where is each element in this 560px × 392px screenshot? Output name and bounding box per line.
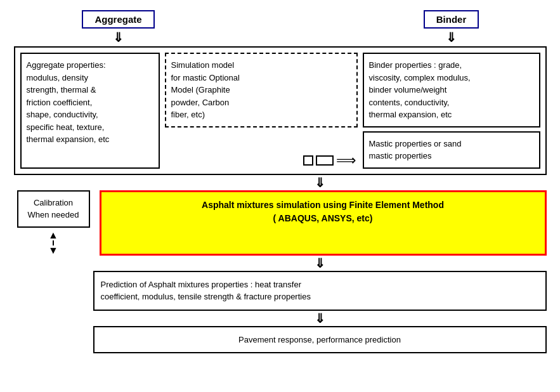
arrow-bind-down: ⇓ <box>446 30 457 45</box>
arrow-agg-down: ⇓ <box>113 30 124 45</box>
fem-row: Calibration When needed ▲ ▼ Asphalt mixt… <box>14 190 547 256</box>
aggregate-props-text: Aggregate properties: modulus, density s… <box>27 60 110 144</box>
arrow-to-pave-row: ⇓ <box>14 311 547 326</box>
fem-box: Asphalt mixtures simulation using Finite… <box>100 190 547 256</box>
binder-props-box: Binder properties : grade, viscosity, co… <box>363 53 540 127</box>
prediction-text: Prediction of Asphalt mixtures propertie… <box>101 280 311 302</box>
simulation-model-text: Simulation model for mastic Optional Mod… <box>171 60 240 119</box>
prediction-box: Prediction of Asphalt mixtures propertie… <box>93 271 547 311</box>
binder-label: Binder <box>424 10 479 29</box>
pavement-box: Pavement response, performance predictio… <box>93 326 547 354</box>
arrow-up-sym: ▲ <box>48 230 58 240</box>
arrow-to-pred: ⇓ <box>315 256 325 271</box>
mastic-props-box: Mastic properties or sand mastic propert… <box>363 131 540 169</box>
small-squares <box>303 155 334 166</box>
calibration-box: Calibration When needed <box>17 190 90 228</box>
middle-col: Simulation model for mastic Optional Mod… <box>165 53 358 169</box>
simulation-model-box: Simulation model for mastic Optional Mod… <box>165 53 358 127</box>
aggregate-props-box: Aggregate properties: modulus, density s… <box>20 53 160 169</box>
binder-props-text: Binder properties : grade, viscosity, co… <box>369 60 471 119</box>
pavement-text: Pavement response, performance predictio… <box>238 335 401 344</box>
top-arrows: ⇓ ⇓ <box>14 30 547 45</box>
arrow-right: ⟹ <box>336 152 356 169</box>
middle-arrow-row: ⟹ <box>165 152 358 169</box>
diagram: Aggregate Binder ⇓ ⇓ Aggregate propertie… <box>8 6 553 386</box>
aggregate-label: Aggregate <box>82 10 154 29</box>
arrow-down-sym: ▼ <box>48 245 58 256</box>
calib-double-arrow: ▲ ▼ <box>46 230 61 256</box>
header-row: Aggregate Binder <box>14 10 547 29</box>
calibration-text: Calibration When needed <box>28 198 79 220</box>
binder-right-col: Binder properties : grade, viscosity, co… <box>363 53 540 169</box>
arrow-to-pave: ⇓ <box>315 311 325 326</box>
fem-text: Asphalt mixtures simulation using Finite… <box>202 200 444 223</box>
top-section: Aggregate properties: modulus, density s… <box>14 46 547 175</box>
double-arrow-line: ▲ ▼ <box>46 230 61 256</box>
small-sq-1 <box>303 155 313 166</box>
mastic-props-text: Mastic properties or sand mastic propert… <box>369 139 462 161</box>
calibration-col: Calibration When needed ▲ ▼ <box>14 190 93 256</box>
arrow-to-fem: ⇓ <box>315 175 325 190</box>
arrow-to-pred-row: ⇓ <box>14 256 547 271</box>
arrow-to-fem-row: ⇓ <box>14 175 547 190</box>
small-sq-2 <box>316 155 334 166</box>
